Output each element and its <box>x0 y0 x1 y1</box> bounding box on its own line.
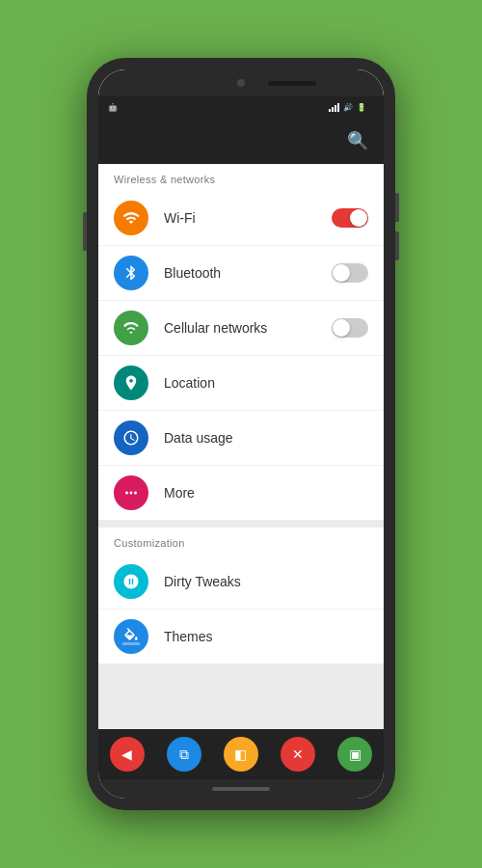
phone-screen: 🤖 🔊 🔋 🔍 <box>98 69 384 799</box>
settings-item-themes[interactable]: Themes <box>98 610 384 664</box>
item-label-location: Location <box>164 375 368 391</box>
section-header-customization: Customization <box>98 528 384 555</box>
volume-icon: 🔊 <box>343 103 353 112</box>
location-icon <box>114 366 148 400</box>
item-label-bluetooth: Bluetooth <box>164 265 332 281</box>
phone-top-notch <box>98 69 384 96</box>
toggle-thumb-cellular <box>333 319 350 337</box>
settings-item-cellular[interactable]: Cellular networks <box>98 301 384 356</box>
item-label-dirty-tweaks: Dirty Tweaks <box>164 574 368 589</box>
search-button[interactable]: 🔍 <box>347 130 368 151</box>
settings-item-more[interactable]: More <box>98 466 384 520</box>
volume-up-button[interactable] <box>395 193 399 222</box>
signal-icon <box>114 311 148 345</box>
item-label-data-usage: Data usage <box>164 430 368 446</box>
toggle-thumb-bluetooth <box>333 264 350 282</box>
bottom-navigation: ◀⧉◧✕▣ <box>98 729 384 779</box>
clock-icon <box>114 420 148 455</box>
android-icon: 🤖 <box>108 103 118 112</box>
toggle-bluetooth[interactable] <box>332 263 368 283</box>
nav-recent-button[interactable]: ◧ <box>224 737 258 772</box>
section-wireless: Wireless & networks Wi-Fi Bluetooth Cell… <box>98 164 384 520</box>
app-bar: 🔍 <box>98 118 384 164</box>
toggle-wifi[interactable] <box>332 208 368 228</box>
volume-down-button[interactable] <box>395 231 399 260</box>
item-label-wifi: Wi-Fi <box>164 210 332 226</box>
section-customization: Customization Dirty Tweaks Themes <box>98 528 384 664</box>
toggle-thumb-wifi <box>350 209 367 227</box>
signal-icon <box>329 102 339 112</box>
tweaks-icon <box>114 564 148 599</box>
nav-close-button[interactable]: ✕ <box>281 737 315 772</box>
settings-item-location[interactable]: Location <box>98 356 384 411</box>
section-header-wireless: Wireless & networks <box>98 164 384 191</box>
toggle-cellular[interactable] <box>332 318 368 338</box>
power-button[interactable] <box>83 212 87 251</box>
home-indicator <box>212 787 270 791</box>
dots-icon <box>114 475 148 510</box>
item-label-themes: Themes <box>164 629 368 644</box>
item-label-cellular: Cellular networks <box>164 320 332 336</box>
settings-item-bluetooth[interactable]: Bluetooth <box>98 246 384 301</box>
nav-overview-button[interactable]: ⧉ <box>167 737 201 772</box>
nav-back-button[interactable]: ◀ <box>110 737 145 772</box>
settings-item-dirty-tweaks[interactable]: Dirty Tweaks <box>98 555 384 610</box>
status-left: 🤖 <box>108 103 118 112</box>
status-bar: 🤖 🔊 🔋 <box>98 96 384 118</box>
phone-bottom-bar <box>98 779 384 799</box>
status-right: 🔊 🔋 <box>329 102 374 112</box>
battery-icon: 🔋 <box>357 103 366 112</box>
settings-item-wifi[interactable]: Wi-Fi <box>98 191 384 246</box>
nav-browser-button[interactable]: ▣ <box>337 737 372 772</box>
settings-content: Wireless & networks Wi-Fi Bluetooth Cell… <box>98 164 384 729</box>
item-label-more: More <box>164 485 368 501</box>
phone-frame: 🤖 🔊 🔋 🔍 <box>87 58 395 810</box>
bucket-icon <box>114 619 148 654</box>
settings-item-data-usage[interactable]: Data usage <box>98 411 384 466</box>
camera <box>237 79 245 87</box>
speaker <box>268 81 316 86</box>
bluetooth-icon <box>114 256 148 290</box>
wifi-icon <box>114 201 148 235</box>
